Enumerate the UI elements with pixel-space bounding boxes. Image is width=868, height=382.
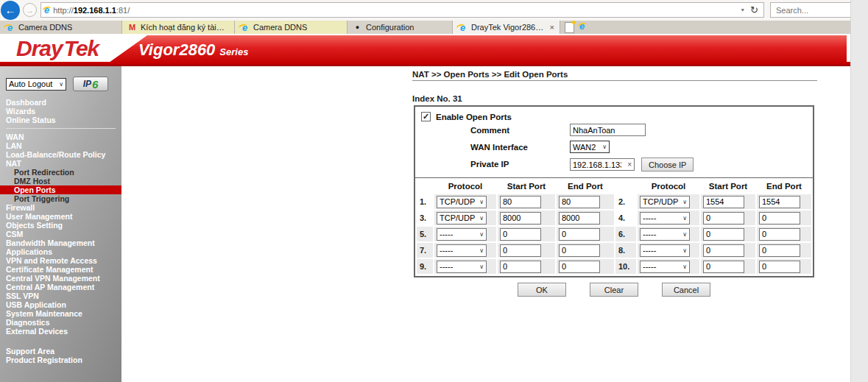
end-port-input[interactable]	[759, 212, 800, 224]
start-port-input[interactable]	[703, 244, 744, 257]
ports-table: Protocol Start Port End Port Protocol St…	[415, 177, 813, 276]
sidebar-item[interactable]: User Management	[0, 212, 121, 221]
auto-logout-select[interactable]: Auto Logout ∨	[6, 78, 66, 91]
browser-tab[interactable]: ● Configuration	[347, 21, 453, 34]
sidebar-item[interactable]: NAT	[0, 159, 121, 168]
browser-tab[interactable]: e Camera DDNS	[235, 21, 347, 34]
sidebar-item[interactable]: Wizards	[0, 107, 121, 116]
new-tab-icon[interactable]	[565, 22, 574, 33]
chevron-down-icon: ∨	[682, 247, 687, 254]
ok-button[interactable]: OK	[518, 283, 566, 297]
protocol-value: -----	[440, 262, 453, 271]
clear-button[interactable]: Clear	[590, 283, 638, 297]
end-port-input[interactable]	[759, 196, 800, 208]
cancel-button[interactable]: Cancel	[662, 283, 710, 297]
port-entry-number-label: 7.	[420, 246, 426, 255]
sidebar-item[interactable]: CSM	[0, 230, 121, 238]
sidebar-item[interactable]: Diagnostics	[0, 318, 121, 327]
tab-icon: M	[127, 23, 137, 32]
sidebar-item[interactable]: Applications	[0, 247, 121, 256]
address-bar[interactable]: e http://192.168.1.1:81/ ▼ ↻	[40, 2, 764, 18]
start-port-cell	[701, 211, 755, 225]
browser-tab[interactable]: e Camera DDNS	[0, 21, 122, 34]
start-port-input[interactable]	[500, 244, 541, 257]
sidebar-nav-bottom: Support AreaProduct Registration	[0, 347, 121, 364]
sidebar-item[interactable]: Support Area	[0, 347, 121, 356]
sidebar-item[interactable]: USB Application	[0, 300, 121, 309]
sidebar-item[interactable]: Certificate Management	[0, 265, 121, 274]
protocol-select[interactable]: TCP/UDP ∨	[640, 196, 690, 208]
browser-tab[interactable]: e DrayTek Vigor2860 Series ×	[453, 21, 560, 34]
wan-interface-label: WAN Interface	[470, 143, 528, 152]
comment-row: Comment	[415, 124, 813, 138]
end-port-input[interactable]	[759, 244, 800, 257]
end-port-input[interactable]	[559, 244, 600, 257]
sidebar-item[interactable]: Product Registration	[0, 356, 121, 364]
sidebar-item[interactable]: External Devices	[0, 327, 121, 336]
start-port-input[interactable]	[500, 228, 541, 241]
protocol-select[interactable]: ----- ∨	[640, 244, 690, 257]
private-ip-input[interactable]	[571, 160, 621, 169]
sidebar-item[interactable]: VPN and Remote Access	[0, 256, 121, 265]
protocol-value: -----	[643, 213, 656, 222]
choose-ip-button[interactable]: Choose IP	[641, 158, 694, 171]
protocol-select[interactable]: TCP/UDP ∨	[437, 196, 487, 208]
back-button[interactable]: ←	[1, 1, 20, 20]
sidebar-item[interactable]: Firewall	[0, 203, 121, 212]
start-port-cell	[498, 259, 555, 274]
sidebar-item[interactable]: Port Triggering	[0, 194, 121, 203]
protocol-select[interactable]: ----- ∨	[437, 261, 487, 273]
clear-input-icon[interactable]: ×	[627, 160, 634, 169]
start-port-input[interactable]	[500, 196, 541, 208]
end-port-input[interactable]	[559, 212, 600, 224]
start-port-input[interactable]	[703, 261, 744, 273]
sidebar-nav-main: WANLANLoad-Balance/Route PolicyNATPort R…	[0, 132, 121, 336]
breadcrumb: NAT >> Open Ports >> Edit Open Ports	[412, 70, 568, 79]
protocol-select[interactable]: ----- ∨	[640, 228, 690, 241]
end-port-input[interactable]	[559, 196, 600, 208]
start-port-input[interactable]	[500, 212, 541, 224]
ie-shortcut-icon[interactable]: e	[579, 21, 585, 33]
address-dropdown-icon[interactable]: ▼	[740, 7, 745, 13]
forward-button[interactable]: →	[23, 3, 37, 17]
chevron-down-icon: ∨	[682, 199, 687, 205]
sidebar-item[interactable]: LAN	[0, 141, 121, 150]
sidebar-item[interactable]: Port Redirection	[0, 168, 121, 177]
protocol-select[interactable]: ----- ∨	[437, 228, 487, 241]
search-input[interactable]	[770, 2, 851, 18]
start-port-input[interactable]	[703, 228, 744, 241]
end-port-input[interactable]	[759, 261, 800, 273]
comment-input[interactable]	[570, 124, 646, 136]
sidebar-item[interactable]: Dashboard	[0, 98, 121, 107]
sidebar-item[interactable]: Central VPN Management	[0, 274, 121, 283]
sidebar-item[interactable]: SSL VPN	[0, 291, 121, 300]
sidebar-item[interactable]: DMZ Host	[0, 177, 121, 185]
sidebar-item[interactable]: Open Ports	[0, 185, 121, 194]
sidebar-item[interactable]: Load-Balance/Route Policy	[0, 150, 121, 159]
end-port-input[interactable]	[759, 228, 800, 241]
protocol-select[interactable]: ----- ∨	[437, 244, 487, 257]
end-port-input[interactable]	[559, 261, 600, 273]
refresh-icon[interactable]: ↻	[750, 4, 758, 15]
sidebar-item[interactable]: Online Status	[0, 116, 121, 124]
start-port-input[interactable]	[500, 261, 541, 273]
ipv6-badge-button[interactable]: IP6	[73, 77, 108, 91]
sidebar-item[interactable]: Objects Setting	[0, 221, 121, 230]
wan-interface-select[interactable]: WAN2 ∨	[570, 141, 610, 153]
screen: ← → e http://192.168.1.1:81/ ▼ ↻ e Camer…	[0, 0, 868, 382]
end-port-input[interactable]	[559, 228, 600, 241]
sidebar-item[interactable]: Central AP Management	[0, 283, 121, 291]
start-port-input[interactable]	[703, 212, 744, 224]
sidebar-item[interactable]: Bandwidth Management	[0, 238, 121, 247]
start-port-cell	[701, 194, 755, 209]
sidebar-item[interactable]: System Maintenance	[0, 309, 121, 318]
tab-close-icon[interactable]: ×	[550, 23, 554, 32]
enable-open-ports-label: Enable Open Ports	[436, 113, 512, 121]
sidebar-item[interactable]: WAN	[0, 132, 121, 141]
browser-tab[interactable]: M Kích hoạt đăng ký tài khoản C...	[122, 21, 235, 34]
enable-open-ports-checkbox[interactable]: ✓	[421, 112, 431, 121]
protocol-select[interactable]: ----- ∨	[640, 261, 690, 273]
start-port-input[interactable]	[703, 196, 744, 208]
protocol-select[interactable]: TCP/UDP ∨	[437, 212, 487, 224]
protocol-select[interactable]: ----- ∨	[640, 212, 690, 224]
